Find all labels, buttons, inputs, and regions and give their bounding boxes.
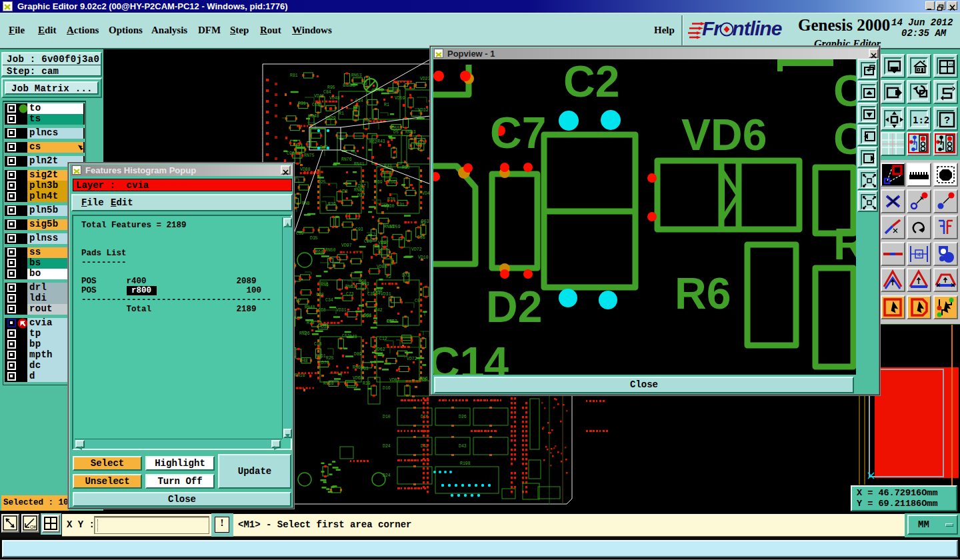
svg-text:D10: D10: [383, 415, 391, 419]
svg-text:C18: C18: [314, 342, 322, 347]
svg-text:RN93: RN93: [405, 130, 416, 135]
svg-text:D53: D53: [421, 219, 429, 224]
svg-text:C68: C68: [318, 308, 326, 313]
svg-text:D42: D42: [375, 308, 383, 313]
svg-text:C93: C93: [355, 227, 363, 232]
svg-text:VD55: VD55: [389, 126, 400, 131]
svg-text:C58: C58: [312, 103, 320, 107]
svg-text:VD97: VD97: [341, 243, 352, 248]
svg-text:R48: R48: [349, 335, 357, 339]
svg-text:D27: D27: [357, 193, 365, 198]
svg-text:VD32: VD32: [418, 108, 429, 113]
svg-text:RN29: RN29: [325, 116, 336, 121]
svg-text:?: ?: [944, 114, 950, 125]
svg-text:VD10: VD10: [418, 255, 429, 260]
svg-text:RN63: RN63: [345, 285, 356, 289]
svg-text:VD45: VD45: [314, 94, 325, 99]
svg-text:R64: R64: [315, 250, 323, 255]
svg-text:C23: C23: [364, 239, 372, 244]
svg-text:C5: C5: [415, 299, 420, 303]
svg-text:xy: xy: [949, 61, 954, 67]
svg-text:VD31: VD31: [336, 308, 347, 313]
svg-text:D24: D24: [383, 473, 391, 478]
svg-text:R: R: [833, 219, 856, 269]
svg-text:RN75: RN75: [304, 153, 315, 158]
svg-text:RN41: RN41: [354, 162, 365, 167]
svg-text:C96: C96: [287, 151, 295, 156]
svg-text:R39: R39: [328, 202, 336, 207]
svg-text:C14: C14: [433, 338, 509, 375]
svg-text:C84: C84: [323, 90, 331, 95]
svg-text:R1: R1: [339, 111, 344, 116]
svg-text:VD97: VD97: [378, 241, 389, 245]
svg-text:D16: D16: [383, 386, 391, 391]
svg-text:RN50: RN50: [325, 248, 336, 253]
svg-text:VD48: VD48: [309, 114, 319, 119]
svg-text:R60: R60: [402, 165, 410, 170]
svg-text:D43: D43: [459, 444, 467, 449]
svg-text:RN61: RN61: [315, 354, 326, 359]
svg-text:VD72: VD72: [411, 247, 422, 252]
svg-text:C73: C73: [346, 292, 354, 297]
svg-text:D93: D93: [361, 282, 369, 287]
svg-text:D73: D73: [402, 273, 410, 278]
svg-text:RN8: RN8: [302, 201, 310, 206]
svg-text:R18: R18: [307, 321, 315, 325]
svg-text:RN76: RN76: [341, 157, 352, 162]
svg-text:RN53: RN53: [351, 73, 362, 78]
svg-text:D70: D70: [321, 361, 329, 365]
svg-text:VD30: VD30: [384, 204, 395, 209]
svg-text:VD31: VD31: [381, 292, 391, 297]
svg-text:D26: D26: [459, 415, 467, 419]
svg-text:C12: C12: [379, 337, 387, 341]
svg-text:8888: 8888: [343, 82, 355, 88]
svg-text:C28: C28: [316, 293, 324, 297]
svg-text:C31: C31: [397, 203, 405, 207]
svg-text:RN68: RN68: [323, 381, 334, 386]
svg-text:VD68: VD68: [353, 376, 363, 381]
svg-text:R69: R69: [375, 180, 383, 185]
svg-text:D33: D33: [361, 367, 369, 371]
svg-text:C56: C56: [388, 180, 396, 185]
svg-text:R81: R81: [290, 73, 298, 78]
svg-text:D35: D35: [310, 236, 318, 241]
svg-text:VD48: VD48: [329, 96, 340, 101]
svg-text:D5: D5: [393, 130, 399, 135]
svg-text:RN48: RN48: [305, 305, 315, 310]
svg-text:C7: C7: [490, 108, 546, 157]
svg-text:VD59: VD59: [395, 96, 405, 101]
svg-text:C: C: [833, 66, 856, 115]
svg-text:R198: R198: [460, 461, 471, 466]
svg-text:R62: R62: [369, 140, 377, 145]
svg-text:1:2: 1:2: [913, 115, 929, 125]
svg-text:RN26: RN26: [299, 331, 310, 336]
svg-text:VD62: VD62: [375, 347, 385, 352]
svg-text:D24: D24: [383, 444, 391, 449]
svg-text:C34: C34: [325, 298, 333, 303]
svg-text:OK: OK: [30, 525, 37, 529]
svg-text:R7: R7: [296, 299, 301, 303]
svg-text:RN6: RN6: [321, 283, 329, 287]
svg-text:C2: C2: [563, 59, 619, 106]
svg-text:VD23: VD23: [420, 77, 431, 81]
svg-text:VD8: VD8: [340, 189, 348, 194]
svg-text:C64: C64: [373, 291, 381, 296]
svg-text:R2: R2: [386, 275, 391, 279]
svg-text:R1: R1: [384, 103, 389, 107]
svg-text:RN82: RN82: [354, 188, 365, 193]
svg-text:R31: R31: [298, 101, 306, 106]
svg-text:R25: R25: [326, 356, 334, 361]
svg-text:4: 4: [917, 251, 921, 258]
svg-text:D21: D21: [321, 325, 329, 329]
svg-text:R6: R6: [675, 269, 731, 318]
svg-text:D48: D48: [300, 359, 308, 363]
svg-text:C59: C59: [296, 231, 304, 236]
svg-text:R39: R39: [363, 381, 371, 386]
svg-text:R43: R43: [377, 139, 385, 144]
svg-text:C65: C65: [387, 319, 395, 324]
svg-text:RN83: RN83: [384, 225, 395, 229]
svg-text:VD85: VD85: [377, 265, 387, 269]
svg-text:D2: D2: [486, 282, 542, 331]
svg-text:VD6: VD6: [681, 110, 767, 159]
svg-text:D25: D25: [318, 180, 326, 185]
